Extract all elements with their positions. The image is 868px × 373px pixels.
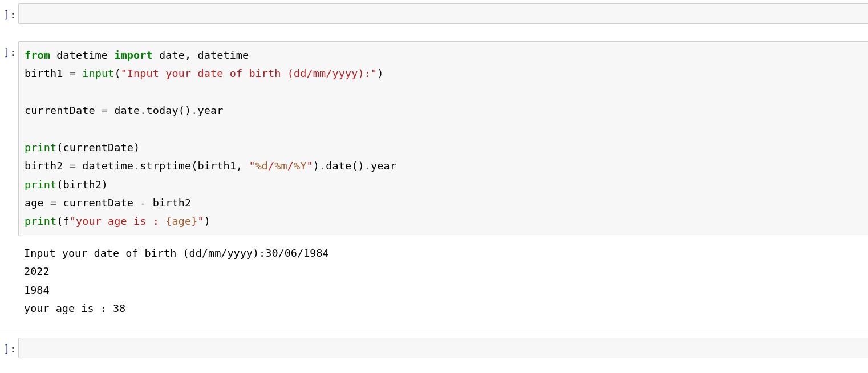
output-prompt [0,240,18,245]
code-cell: ]: [0,3,868,24]
input-prompt: ]: [0,3,18,21]
prompt-bracket: ] [3,46,10,58]
code-input-area[interactable] [18,338,868,358]
input-prompt: ]: [0,41,18,58]
prompt-colon: : [10,46,16,58]
input-prompt: ]: [0,338,18,355]
prompt-bracket: ] [3,343,10,355]
code-input-area[interactable] [18,3,868,24]
output-cell: Input your date of birth (dd/mm/yyyy):30… [0,240,868,322]
code-input-area[interactable]: from datetime import date, datetime birt… [18,41,868,236]
prompt-colon: : [10,9,16,21]
output-text: Input your date of birth (dd/mm/yyyy):30… [24,244,862,318]
prompt-colon: : [10,343,16,355]
code-cell: ]: from datetime import date, datetime b… [0,41,868,236]
code-text[interactable]: from datetime import date, datetime birt… [25,46,863,231]
output-area: Input your date of birth (dd/mm/yyyy):30… [18,240,868,322]
cell-separator [0,333,868,333]
code-cell: ]: [0,338,868,358]
prompt-bracket: ] [3,9,10,21]
